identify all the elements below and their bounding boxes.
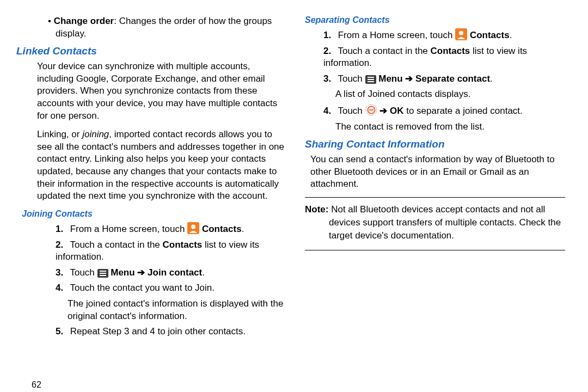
note-text: Note: Not all Bluetooth devices accept c…: [305, 203, 565, 242]
sep-step-4-cont: The contact is removed from the list.: [305, 121, 565, 133]
step-text: Touch the contact you want to Join.: [70, 283, 215, 293]
svg-rect-9: [367, 77, 374, 78]
step-text: Touch: [338, 106, 365, 116]
joining-steps-list-2: 5. Repeat Step 3 and 4 to join other con…: [37, 326, 286, 338]
step-sep: Separate contact: [415, 74, 490, 84]
right-column: Separating Contacts 1. From a Home scree…: [294, 15, 573, 392]
sep-step-1: 1. From a Home screen, touch Contacts.: [323, 28, 565, 42]
step-text: Repeat Step 3 and 4 to join other contac…: [70, 326, 246, 336]
heading-sharing-contact-info: Sharing Contact Information: [305, 138, 565, 150]
linked-p2b: joining: [82, 129, 109, 139]
page-number: 62: [32, 380, 41, 390]
step-number: 2.: [56, 239, 68, 252]
svg-rect-5: [100, 275, 106, 276]
step-number: 2.: [323, 45, 335, 58]
join-step-1: 1. From a Home screen, touch Contacts.: [56, 222, 286, 236]
step-end: .: [202, 267, 205, 278]
svg-rect-3: [100, 271, 106, 272]
bullet-dot: [48, 16, 54, 26]
linked-p1: Your device can synchronize with multipl…: [37, 60, 286, 122]
remove-icon: [365, 104, 377, 116]
bullet-label: Change order: [54, 16, 114, 26]
step-text: Touch: [70, 267, 97, 278]
heading-linked-contacts: Linked Contacts: [16, 45, 286, 57]
note-body: Not all Bluetooth devices accept contact…: [328, 204, 561, 241]
note-block: Note: Not all Bluetooth devices accept c…: [305, 197, 565, 250]
sep-step-4: 4. Touch ➔ OK to separate a joined conta…: [323, 104, 565, 118]
sep-step-3: 3. Touch Menu ➔ Separate contact.: [323, 73, 565, 85]
separating-steps-list-2: 4. Touch ➔ OK to separate a joined conta…: [305, 104, 565, 118]
step-bold: Contacts: [163, 240, 203, 250]
step-text: Touch a contact in the: [338, 46, 430, 56]
join-step-4: 4. Touch the contact you want to Join.: [56, 282, 286, 295]
step-number: 4.: [56, 282, 68, 295]
step-number: 1.: [323, 29, 335, 42]
step-end: to separate a joined contact.: [403, 106, 522, 116]
heading-separating-contacts: Separating Contacts: [305, 15, 565, 25]
step-bold: Contacts: [470, 30, 510, 40]
joining-steps-list: 1. From a Home screen, touch Contacts. 2…: [37, 222, 286, 295]
sharing-p1: You can send a contact's information by …: [305, 154, 565, 191]
left-column: Change order: Changes the order of how t…: [15, 15, 294, 392]
step-number: 3.: [323, 73, 335, 85]
linked-p2a: Linking, or: [37, 129, 82, 139]
step-text: Touch a contact in the: [70, 240, 162, 250]
join-step-4-cont: The joined contact's information is disp…: [37, 298, 286, 322]
linked-p2c: , imported contact records allows you to…: [37, 129, 284, 201]
step-end: .: [242, 224, 244, 234]
step-number: 5.: [56, 326, 68, 338]
step-ok: OK: [390, 106, 404, 116]
svg-point-1: [191, 224, 195, 229]
contacts-icon: [187, 222, 199, 234]
document-page: Change order: Changes the order of how t…: [0, 0, 588, 392]
step-arrow: ➔: [379, 106, 390, 116]
svg-rect-10: [367, 79, 374, 80]
join-step-2: 2. Touch a contact in the Contacts list …: [56, 239, 286, 264]
svg-point-7: [459, 31, 463, 35]
join-step-5: 5. Repeat Step 3 and 4 to join other con…: [56, 326, 286, 338]
separating-steps-list: 1. From a Home screen, touch Contacts. 2…: [305, 28, 565, 85]
sep-step-3-cont: A list of Joined contacts displays.: [305, 88, 565, 101]
step-number: 1.: [56, 223, 68, 236]
svg-rect-14: [369, 109, 373, 111]
step-number: 3.: [56, 267, 68, 279]
step-end: .: [510, 30, 512, 40]
step-bold: Contacts: [202, 224, 242, 234]
step-text: From a Home screen, touch: [70, 224, 187, 234]
contacts-icon: [455, 28, 467, 40]
join-step-3: 3. Touch Menu ➔ Join contact.: [56, 267, 286, 279]
step-bold: Contacts: [431, 46, 470, 56]
step-end: .: [490, 74, 493, 84]
svg-rect-11: [367, 81, 374, 82]
menu-icon: [365, 75, 376, 84]
step-text: From a Home screen, touch: [338, 30, 455, 40]
linked-p2: Linking, or joining, imported contact re…: [37, 128, 286, 203]
step-arrow: ➔: [403, 74, 415, 84]
step-number: 4.: [323, 105, 335, 118]
heading-joining-contacts: Joining Contacts: [22, 209, 286, 219]
menu-icon: [97, 269, 108, 278]
sep-step-2: 2. Touch a contact in the Contacts list …: [323, 45, 565, 70]
bullet-change-order: Change order: Changes the order of how t…: [37, 15, 286, 40]
note-label: Note:: [305, 204, 328, 215]
step-arrow: ➔: [135, 267, 148, 278]
svg-rect-4: [100, 273, 106, 274]
step-join: Join contact: [148, 267, 202, 278]
step-menu: Menu: [378, 74, 402, 84]
step-menu: Menu: [111, 267, 134, 278]
step-text: Touch: [338, 74, 365, 84]
